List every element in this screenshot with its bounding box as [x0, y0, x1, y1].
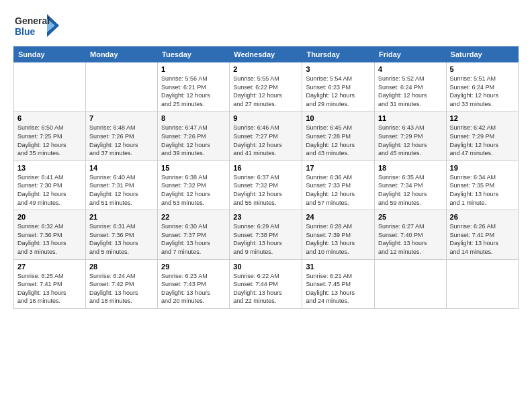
day-info: Sunrise: 6:42 AM Sunset: 7:29 PM Dayligh…	[450, 124, 515, 157]
calendar-table: SundayMondayTuesdayWednesdayThursdayFrid…	[13, 46, 519, 309]
day-cell-10: 10Sunrise: 6:45 AM Sunset: 7:28 PM Dayli…	[302, 111, 375, 161]
day-cell-30: 30Sunrise: 6:22 AM Sunset: 7:44 PM Dayli…	[230, 259, 302, 308]
day-info: Sunrise: 6:30 AM Sunset: 7:37 PM Dayligh…	[161, 222, 226, 256]
day-cell-1: 1Sunrise: 5:56 AM Sunset: 6:21 PM Daylig…	[158, 62, 230, 111]
day-info: Sunrise: 6:45 AM Sunset: 7:28 PM Dayligh…	[306, 124, 371, 157]
empty-cell	[86, 62, 158, 111]
day-info: Sunrise: 6:50 AM Sunset: 7:25 PM Dayligh…	[17, 124, 82, 157]
day-info: Sunrise: 6:38 AM Sunset: 7:32 PM Dayligh…	[161, 173, 226, 207]
day-info: Sunrise: 6:48 AM Sunset: 7:26 PM Dayligh…	[89, 124, 154, 157]
day-cell-28: 28Sunrise: 6:24 AM Sunset: 7:42 PM Dayli…	[86, 259, 158, 308]
day-number: 1	[161, 65, 226, 73]
day-cell-6: 6Sunrise: 6:50 AM Sunset: 7:25 PM Daylig…	[14, 111, 86, 161]
page: GeneralBlue SundayMondayTuesdayWednesday…	[0, 0, 532, 411]
day-number: 23	[233, 213, 298, 221]
weekday-header-thursday: Thursday	[302, 47, 375, 62]
day-cell-26: 26Sunrise: 6:26 AM Sunset: 7:41 PM Dayli…	[446, 210, 518, 259]
day-number: 18	[378, 164, 443, 172]
empty-cell	[446, 259, 518, 308]
day-number: 11	[378, 114, 443, 122]
day-cell-23: 23Sunrise: 6:29 AM Sunset: 7:38 PM Dayli…	[230, 210, 302, 259]
day-number: 24	[306, 213, 371, 221]
day-cell-14: 14Sunrise: 6:40 AM Sunset: 7:31 PM Dayli…	[86, 161, 158, 210]
day-number: 9	[233, 114, 298, 122]
day-info: Sunrise: 5:55 AM Sunset: 6:22 PM Dayligh…	[233, 75, 298, 108]
day-info: Sunrise: 6:40 AM Sunset: 7:31 PM Dayligh…	[89, 173, 154, 207]
day-number: 21	[89, 213, 154, 221]
day-cell-16: 16Sunrise: 6:37 AM Sunset: 7:32 PM Dayli…	[230, 161, 302, 210]
week-row-5: 27Sunrise: 6:25 AM Sunset: 7:41 PM Dayli…	[14, 259, 519, 308]
day-number: 25	[378, 213, 443, 221]
day-number: 13	[17, 164, 82, 172]
day-cell-24: 24Sunrise: 6:28 AM Sunset: 7:39 PM Dayli…	[302, 210, 375, 259]
weekday-header-monday: Monday	[86, 47, 158, 62]
day-number: 14	[89, 164, 154, 172]
day-info: Sunrise: 6:23 AM Sunset: 7:43 PM Dayligh…	[161, 272, 226, 306]
day-cell-27: 27Sunrise: 6:25 AM Sunset: 7:41 PM Dayli…	[14, 259, 86, 308]
day-info: Sunrise: 6:46 AM Sunset: 7:27 PM Dayligh…	[233, 124, 298, 157]
day-cell-5: 5Sunrise: 5:51 AM Sunset: 6:24 PM Daylig…	[446, 62, 518, 111]
day-number: 10	[306, 114, 371, 122]
day-info: Sunrise: 6:36 AM Sunset: 7:33 PM Dayligh…	[306, 173, 371, 207]
day-cell-31: 31Sunrise: 6:21 AM Sunset: 7:45 PM Dayli…	[302, 259, 375, 308]
day-number: 6	[17, 114, 82, 122]
svg-text:General: General	[15, 15, 50, 26]
day-info: Sunrise: 6:47 AM Sunset: 7:26 PM Dayligh…	[161, 124, 226, 157]
day-cell-18: 18Sunrise: 6:35 AM Sunset: 7:34 PM Dayli…	[374, 161, 446, 210]
day-number: 22	[161, 213, 226, 221]
day-info: Sunrise: 6:35 AM Sunset: 7:34 PM Dayligh…	[378, 173, 443, 207]
weekday-header-saturday: Saturday	[446, 47, 518, 62]
day-info: Sunrise: 6:29 AM Sunset: 7:38 PM Dayligh…	[233, 222, 298, 256]
day-number: 3	[306, 65, 371, 73]
week-row-1: 1Sunrise: 5:56 AM Sunset: 6:21 PM Daylig…	[14, 62, 519, 111]
day-cell-21: 21Sunrise: 6:31 AM Sunset: 7:36 PM Dayli…	[86, 210, 158, 259]
day-cell-12: 12Sunrise: 6:42 AM Sunset: 7:29 PM Dayli…	[446, 111, 518, 161]
day-cell-19: 19Sunrise: 6:34 AM Sunset: 7:35 PM Dayli…	[446, 161, 518, 210]
day-info: Sunrise: 6:34 AM Sunset: 7:35 PM Dayligh…	[450, 173, 515, 207]
day-number: 27	[17, 263, 82, 271]
day-info: Sunrise: 5:51 AM Sunset: 6:24 PM Dayligh…	[450, 75, 515, 108]
day-info: Sunrise: 6:21 AM Sunset: 7:45 PM Dayligh…	[306, 272, 371, 306]
general-blue-logo: GeneralBlue	[13, 11, 60, 41]
day-info: Sunrise: 6:43 AM Sunset: 7:29 PM Dayligh…	[378, 124, 443, 157]
day-number: 8	[161, 114, 226, 122]
day-number: 17	[306, 164, 371, 172]
weekday-header-friday: Friday	[374, 47, 446, 62]
week-row-3: 13Sunrise: 6:41 AM Sunset: 7:30 PM Dayli…	[14, 161, 519, 210]
day-info: Sunrise: 6:31 AM Sunset: 7:36 PM Dayligh…	[89, 222, 154, 256]
day-info: Sunrise: 6:22 AM Sunset: 7:44 PM Dayligh…	[233, 272, 298, 306]
day-number: 30	[233, 263, 298, 271]
day-info: Sunrise: 5:54 AM Sunset: 6:23 PM Dayligh…	[306, 75, 371, 108]
day-number: 16	[233, 164, 298, 172]
day-number: 15	[161, 164, 226, 172]
day-cell-29: 29Sunrise: 6:23 AM Sunset: 7:43 PM Dayli…	[158, 259, 230, 308]
day-info: Sunrise: 6:32 AM Sunset: 7:36 PM Dayligh…	[17, 222, 82, 256]
day-cell-11: 11Sunrise: 6:43 AM Sunset: 7:29 PM Dayli…	[374, 111, 446, 161]
day-info: Sunrise: 6:24 AM Sunset: 7:42 PM Dayligh…	[89, 272, 154, 306]
day-info: Sunrise: 6:37 AM Sunset: 7:32 PM Dayligh…	[233, 173, 298, 207]
day-number: 19	[450, 164, 515, 172]
day-cell-8: 8Sunrise: 6:47 AM Sunset: 7:26 PM Daylig…	[158, 111, 230, 161]
day-info: Sunrise: 6:26 AM Sunset: 7:41 PM Dayligh…	[450, 222, 515, 256]
week-row-2: 6Sunrise: 6:50 AM Sunset: 7:25 PM Daylig…	[14, 111, 519, 161]
svg-text:Blue: Blue	[15, 26, 36, 37]
day-cell-9: 9Sunrise: 6:46 AM Sunset: 7:27 PM Daylig…	[230, 111, 302, 161]
day-cell-13: 13Sunrise: 6:41 AM Sunset: 7:30 PM Dayli…	[14, 161, 86, 210]
day-cell-4: 4Sunrise: 5:52 AM Sunset: 6:24 PM Daylig…	[374, 62, 446, 111]
day-number: 29	[161, 263, 226, 271]
day-info: Sunrise: 6:28 AM Sunset: 7:39 PM Dayligh…	[306, 222, 371, 256]
day-number: 2	[233, 65, 298, 73]
day-number: 12	[450, 114, 515, 122]
day-cell-22: 22Sunrise: 6:30 AM Sunset: 7:37 PM Dayli…	[158, 210, 230, 259]
empty-cell	[14, 62, 86, 111]
day-number: 5	[450, 65, 515, 73]
day-info: Sunrise: 6:25 AM Sunset: 7:41 PM Dayligh…	[17, 272, 82, 306]
weekday-header-wednesday: Wednesday	[230, 47, 302, 62]
day-info: Sunrise: 6:41 AM Sunset: 7:30 PM Dayligh…	[17, 173, 82, 207]
day-number: 26	[450, 213, 515, 221]
week-row-4: 20Sunrise: 6:32 AM Sunset: 7:36 PM Dayli…	[14, 210, 519, 259]
day-info: Sunrise: 5:52 AM Sunset: 6:24 PM Dayligh…	[378, 75, 443, 108]
day-number: 28	[89, 263, 154, 271]
day-cell-17: 17Sunrise: 6:36 AM Sunset: 7:33 PM Dayli…	[302, 161, 375, 210]
day-cell-25: 25Sunrise: 6:27 AM Sunset: 7:40 PM Dayli…	[374, 210, 446, 259]
